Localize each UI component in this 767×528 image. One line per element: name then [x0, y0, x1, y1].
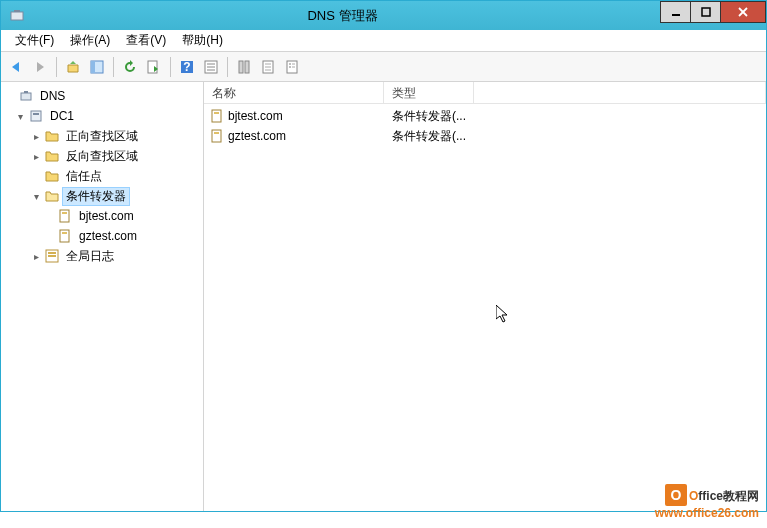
tree-label: gztest.com [75, 229, 141, 243]
zone-file-icon [57, 208, 73, 224]
zone-file-icon [57, 228, 73, 244]
folder-open-icon [44, 188, 60, 204]
svg-rect-35 [48, 252, 56, 254]
menu-help[interactable]: 帮助(H) [174, 30, 231, 51]
zone-file-icon [210, 109, 224, 123]
menu-file[interactable]: 文件(F) [7, 30, 62, 51]
svg-rect-27 [24, 91, 28, 93]
tree-node-trust-points[interactable]: 信任点 [1, 166, 203, 186]
app-icon [9, 8, 25, 24]
tree-node-cf-bjtest[interactable]: bjtest.com [1, 206, 203, 226]
expander-icon[interactable] [31, 171, 42, 182]
show-hide-button[interactable] [86, 56, 108, 78]
svg-rect-38 [214, 112, 219, 114]
content-area: DNS ▾ DC1 ▸ 正向查找区域 ▸ 反向查找区域 信任点 [1, 82, 766, 511]
tree-node-conditional-forwarders[interactable]: ▾ 条件转发器 [1, 186, 203, 206]
list-row[interactable]: bjtest.com 条件转发器(... [204, 106, 766, 126]
svg-rect-33 [62, 232, 67, 234]
tree-node-global-logs[interactable]: ▸ 全局日志 [1, 246, 203, 266]
svg-rect-26 [21, 93, 31, 100]
svg-rect-31 [62, 212, 67, 214]
svg-rect-0 [11, 12, 23, 20]
menu-view[interactable]: 查看(V) [118, 30, 174, 51]
watermark: OOffice教程网 www.office26.com [655, 483, 759, 520]
tree-label: 全局日志 [62, 248, 118, 265]
svg-rect-30 [60, 210, 69, 222]
svg-point-24 [289, 66, 291, 68]
column-spacer [474, 82, 766, 103]
row-type: 条件转发器(... [384, 128, 474, 145]
column-name[interactable]: 名称 [204, 82, 384, 103]
tool-icon-3[interactable] [281, 56, 303, 78]
up-button[interactable] [62, 56, 84, 78]
svg-rect-8 [148, 61, 157, 73]
row-type: 条件转发器(... [384, 108, 474, 125]
zone-file-icon [210, 129, 224, 143]
window-title: DNS 管理器 [25, 7, 660, 25]
menu-bar: 文件(F) 操作(A) 查看(V) 帮助(H) [1, 30, 766, 52]
mouse-cursor-icon [496, 305, 512, 325]
svg-text:?: ? [183, 60, 190, 74]
svg-rect-37 [212, 110, 221, 122]
svg-rect-32 [60, 230, 69, 242]
expander-icon[interactable]: ▸ [31, 251, 42, 262]
expander-icon[interactable] [5, 91, 16, 102]
separator [113, 57, 114, 77]
watermark-text: ffice教程网 [698, 489, 759, 503]
tree-label: 反向查找区域 [62, 148, 142, 165]
folder-icon [44, 148, 60, 164]
tree-pane[interactable]: DNS ▾ DC1 ▸ 正向查找区域 ▸ 反向查找区域 信任点 [1, 82, 204, 511]
minimize-button[interactable] [660, 1, 690, 23]
svg-rect-3 [702, 8, 710, 16]
tree-label: DNS [36, 89, 69, 103]
tree-label: 条件转发器 [62, 187, 130, 206]
close-button[interactable] [720, 1, 766, 23]
properties-button[interactable] [200, 56, 222, 78]
maximize-button[interactable] [690, 1, 720, 23]
list-pane: 名称 类型 bjtest.com 条件转发器(... gztest.com [204, 82, 766, 511]
expander-icon[interactable]: ▾ [31, 191, 42, 202]
row-name: gztest.com [228, 129, 286, 143]
list-body[interactable]: bjtest.com 条件转发器(... gztest.com 条件转发器(..… [204, 104, 766, 511]
svg-rect-1 [14, 10, 20, 12]
svg-rect-40 [214, 132, 219, 134]
title-bar: DNS 管理器 [1, 1, 766, 30]
toolbar: ? [1, 52, 766, 82]
list-row[interactable]: gztest.com 条件转发器(... [204, 126, 766, 146]
svg-rect-16 [245, 61, 249, 73]
svg-rect-15 [239, 61, 243, 73]
watermark-url: www.office26.com [655, 506, 759, 520]
tree-node-server[interactable]: ▾ DC1 [1, 106, 203, 126]
watermark-logo-icon: O [665, 484, 687, 506]
list-header: 名称 类型 [204, 82, 766, 104]
export-button[interactable] [143, 56, 165, 78]
help-button[interactable]: ? [176, 56, 198, 78]
forward-button[interactable] [29, 56, 51, 78]
menu-action[interactable]: 操作(A) [62, 30, 118, 51]
expander-icon[interactable]: ▸ [31, 151, 42, 162]
tree-node-forward-zone[interactable]: ▸ 正向查找区域 [1, 126, 203, 146]
server-icon [28, 108, 44, 124]
separator [56, 57, 57, 77]
tool-icon-2[interactable] [257, 56, 279, 78]
svg-rect-39 [212, 130, 221, 142]
tree-label: DC1 [46, 109, 78, 123]
tree-node-cf-gztest[interactable]: gztest.com [1, 226, 203, 246]
svg-point-22 [289, 63, 291, 65]
expander-icon[interactable]: ▸ [31, 131, 42, 142]
tree-label: bjtest.com [75, 209, 138, 223]
tree-label: 正向查找区域 [62, 128, 142, 145]
watermark-prefix: O [689, 489, 698, 503]
expander-icon[interactable]: ▾ [15, 111, 26, 122]
tree-node-reverse-zone[interactable]: ▸ 反向查找区域 [1, 146, 203, 166]
column-type[interactable]: 类型 [384, 82, 474, 103]
refresh-button[interactable] [119, 56, 141, 78]
folder-icon [44, 168, 60, 184]
tree-root-dns[interactable]: DNS [1, 86, 203, 106]
back-button[interactable] [5, 56, 27, 78]
svg-rect-28 [31, 111, 41, 121]
svg-rect-36 [48, 255, 56, 257]
log-icon [44, 248, 60, 264]
tool-icon-1[interactable] [233, 56, 255, 78]
folder-icon [44, 128, 60, 144]
